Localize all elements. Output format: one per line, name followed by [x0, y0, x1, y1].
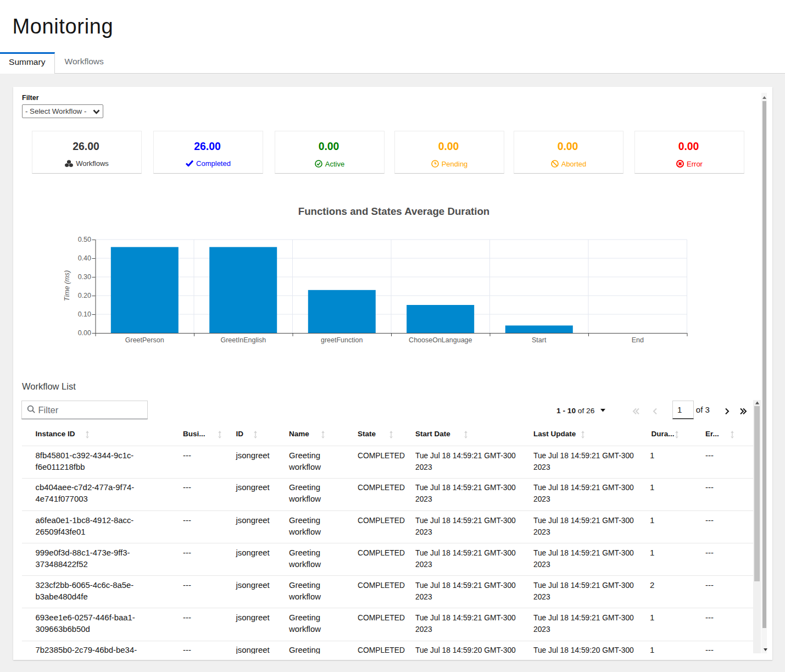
svg-text:0.30: 0.30 [78, 273, 91, 281]
svg-text:GreetPerson: GreetPerson [125, 336, 164, 344]
svg-text:0.50: 0.50 [78, 236, 91, 243]
svg-text:Time (ms): Time (ms) [63, 270, 71, 301]
svg-text:greetFunction: greetFunction [321, 336, 363, 344]
svg-text:0.00: 0.00 [78, 329, 91, 337]
svg-text:End: End [632, 336, 644, 344]
svg-text:0.40: 0.40 [78, 254, 91, 262]
svg-text:ChooseOnLanguage: ChooseOnLanguage [409, 336, 472, 344]
svg-text:0.10: 0.10 [78, 310, 91, 318]
svg-text:0.20: 0.20 [78, 292, 91, 299]
svg-text:Start: Start [532, 336, 547, 344]
svg-text:GreetInEnglish: GreetInEnglish [220, 336, 266, 344]
